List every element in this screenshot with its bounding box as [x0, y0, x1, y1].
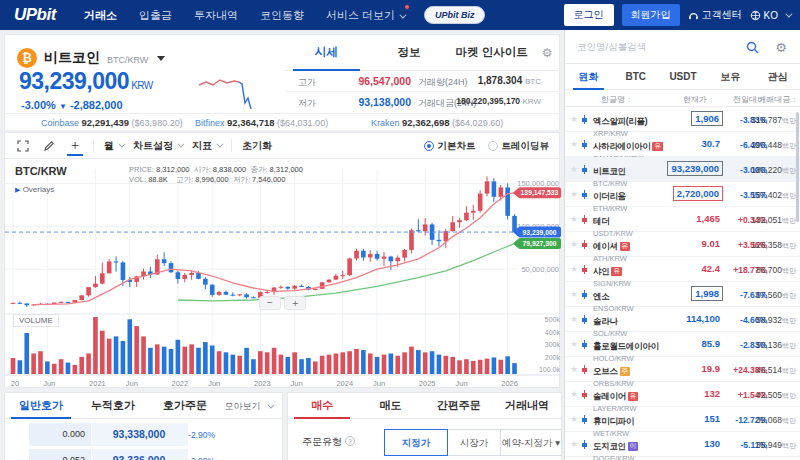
radio-tradingview[interactable]: 트레이딩뷰	[488, 140, 550, 153]
coin-row[interactable]: ★엑스알피(리플)XRP/KRW1,906-3.83%316,787백만	[565, 107, 800, 132]
coin-price: 85.9	[699, 338, 724, 349]
favorite-star-icon[interactable]: ★	[570, 114, 578, 124]
low-value: 93,138,000	[321, 96, 411, 108]
favorite-star-icon[interactable]: ★	[570, 439, 578, 449]
order-type-limit[interactable]: 지정가	[384, 429, 448, 456]
help-icon[interactable]: ?	[345, 436, 355, 446]
tab-buy[interactable]: 매수	[288, 393, 356, 418]
nav-item-deposit[interactable]: 입출금	[139, 8, 172, 23]
period-dropdown[interactable]: 월	[104, 139, 123, 153]
tab-quick-order[interactable]: 간편주문	[425, 393, 493, 418]
header-price[interactable]: 현재가 ↕	[683, 94, 713, 105]
favorite-star-icon[interactable]: ★	[570, 389, 578, 399]
orderbook-row[interactable]: 0.00093,338,000-2.90%	[5, 423, 284, 446]
favorite-star-icon[interactable]: ★	[570, 314, 578, 324]
favorite-star-icon[interactable]: ★	[570, 139, 578, 149]
coin-row[interactable]: ★테더USDT/KRW1,465+0.34%132,051백만	[565, 207, 800, 232]
tab-market-insight[interactable]: 마켓 인사이트	[450, 35, 533, 70]
zoom-in-button[interactable]: ＋	[284, 296, 306, 310]
order-type-label: 주문유형?	[302, 435, 355, 449]
exchange-coinbase[interactable]: Coinbase 92,291,439 ($63,980.20)	[41, 117, 183, 128]
favorite-star-icon[interactable]: ★	[570, 264, 578, 274]
tab-usdt-market[interactable]: USDT	[659, 64, 706, 89]
tab-btc-market[interactable]: BTC	[612, 64, 659, 89]
exchange-kraken[interactable]: Kraken 92,362,698 ($64,029.60)	[371, 117, 503, 128]
candlestick-chart[interactable]: 150,000,000100,000,00050,000,000139,147,…	[5, 161, 561, 389]
upbit-biz-button[interactable]: UPbit Biz	[424, 6, 486, 24]
fullscreen-icon[interactable]	[15, 138, 31, 154]
nav-item-trends[interactable]: 코인동향	[260, 8, 304, 23]
coin-volume: 316,787백만	[751, 115, 796, 126]
tab-info[interactable]: 정보	[368, 35, 451, 70]
collapse-dropdown[interactable]: 모아보기	[224, 400, 272, 413]
gear-icon[interactable]: ⚙	[775, 40, 787, 55]
favorite-star-icon[interactable]: ★	[570, 214, 578, 224]
nav-item-more-services[interactable]: 서비스 더보기	[326, 8, 404, 23]
order-type-market[interactable]: 시장가	[447, 429, 501, 456]
overlays-toggle[interactable]: ▶ Overlays	[15, 185, 54, 194]
high-value: 96,547,000	[321, 75, 411, 87]
chart-settings-dropdown[interactable]: 차트설정	[133, 139, 182, 153]
indicator-dropdown[interactable]: 지표	[192, 139, 221, 153]
coin-row[interactable]: ★사하라에이아이유SAHARA/KRW30.7-6.40%290,448백만	[565, 132, 800, 157]
tab-holdings[interactable]: 보유	[707, 64, 754, 89]
order-type-reserved[interactable]: 예약-지정가 ▾	[500, 429, 562, 456]
nav-item-investments[interactable]: 투자내역	[194, 8, 238, 23]
header-volume[interactable]: 거래대금 ↕	[758, 94, 796, 105]
coin-title[interactable]: ₿ 비트코인 BTC/KRW	[17, 48, 165, 68]
coin-row[interactable]: ★도지코인이DOGE/KRW130-5.11%35,949백만	[565, 432, 800, 457]
gear-icon[interactable]: ⚙	[533, 35, 561, 70]
favorite-star-icon[interactable]: ★	[570, 339, 578, 349]
coin-row[interactable]: ★에이셔유ATH/KRW9.01+3.56%126,358백만	[565, 232, 800, 257]
favorite-star-icon[interactable]: ★	[570, 414, 578, 424]
radio-basic-chart[interactable]: 기본차트	[424, 140, 476, 153]
draw-pencil-icon[interactable]	[41, 138, 57, 154]
signup-button[interactable]: 회원가입	[622, 4, 680, 26]
tab-price[interactable]: 시세	[285, 35, 368, 70]
favorite-star-icon[interactable]: ★	[570, 364, 578, 374]
coin-search[interactable]: 코인명/심볼검색 ⚙	[565, 30, 800, 64]
favorite-star-icon[interactable]: ★	[570, 289, 578, 299]
coin-row[interactable]: ★오브스주ORBS/KRW19.9+24.38%46,514백만	[565, 357, 800, 382]
exchange-bitfinex[interactable]: Bitfinex 92,364,718 ($64,031.00)	[195, 117, 328, 128]
favorite-star-icon[interactable]: ★	[570, 239, 578, 249]
coin-row[interactable]: ★솔레이어유LAYER/KRW132+1.54%42,505백만	[565, 382, 800, 407]
language-selector[interactable]: KO	[750, 10, 790, 21]
support-link[interactable]: 고객센터	[688, 8, 742, 22]
tab-sell[interactable]: 매도	[356, 393, 424, 418]
svg-text:Jun: Jun	[291, 379, 303, 388]
add-indicator-icon[interactable]: ＋	[67, 136, 83, 156]
favorite-star-icon[interactable]: ★	[570, 189, 578, 199]
login-button[interactable]: 로그인	[564, 4, 614, 26]
upbit-logo[interactable]: UPbit	[14, 5, 56, 25]
tab-general-orderbook[interactable]: 일반호가	[5, 393, 77, 418]
favorite-star-icon[interactable]: ★	[570, 164, 578, 174]
nav-item-exchange[interactable]: 거래소	[84, 8, 117, 23]
reset-button[interactable]: 초기화	[242, 139, 272, 153]
coin-volume: 157,402백만	[751, 190, 796, 201]
zoom-out-button[interactable]: −	[259, 296, 281, 310]
coin-row[interactable]: ★솔라나SOL/KRW114,100-4.60%58,932백만	[565, 307, 800, 332]
search-icon[interactable]	[746, 40, 759, 58]
svg-text:200k: 200k	[545, 354, 561, 361]
coin-row[interactable]: ★이더리움ETH/KRW2,720,000-3.55%157,402백만	[565, 182, 800, 207]
tab-trade-history[interactable]: 거래내역	[493, 393, 561, 418]
header-name[interactable]: 한글명 ↕	[601, 94, 631, 105]
svg-text:2025: 2025	[419, 379, 436, 388]
exchange-comparison: Coinbase 92,291,439 ($63,980.20) Bitfine…	[5, 113, 559, 130]
coin-row[interactable]: ★휴미디파이WET/KRW151-12.72%39,068백만	[565, 407, 800, 432]
coin-volume: 58,932백만	[756, 315, 796, 326]
coin-row[interactable]: ★홀로월드에이아이HOLO/KRW85.9-2.83%50,136백만	[565, 332, 800, 357]
svg-text:Jun: Jun	[208, 379, 220, 388]
coin-row[interactable]: ★엔소ENSO/KRW1,998-7.63%67,560백만	[565, 282, 800, 307]
chevron-down-icon	[399, 11, 406, 18]
tab-favorites[interactable]: 관심	[754, 64, 800, 89]
scrollbar-thumb[interactable]	[796, 112, 799, 222]
tab-orderbook-order[interactable]: 호가주문	[149, 393, 221, 418]
tab-cumulative-orderbook[interactable]: 누적호가	[77, 393, 149, 418]
chevron-down-icon[interactable]	[157, 56, 165, 61]
coin-row[interactable]: ★샤인유SIGN/KRW42.4+18.77%86,700백만	[565, 257, 800, 282]
coin-row[interactable]: ★비트코인BTC/KRW93,239,000-3.00%180,220백만	[565, 157, 800, 182]
tab-krw-market[interactable]: 원화	[565, 64, 612, 89]
orderbook-row[interactable]: 0.05293,336,000-2.90%	[5, 449, 284, 460]
